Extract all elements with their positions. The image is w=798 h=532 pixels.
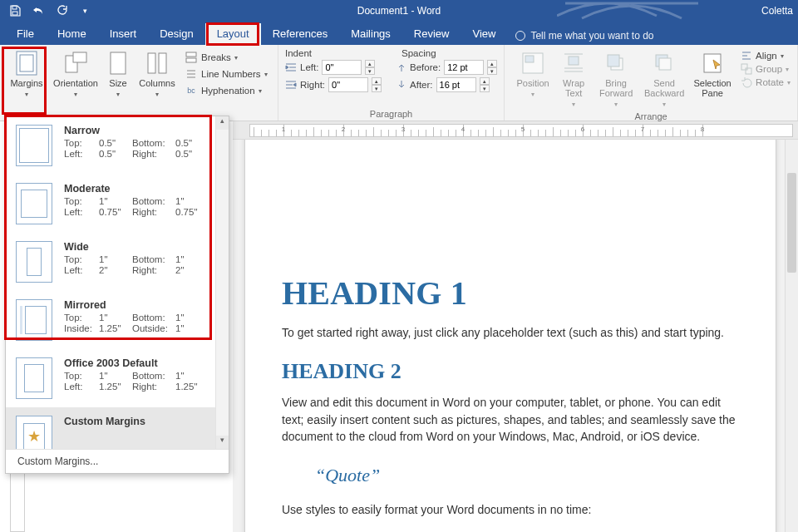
columns-button[interactable]: Columns▾ <box>135 48 180 100</box>
page[interactable]: HEADING 1 To get started right away, jus… <box>244 140 776 532</box>
tab-design[interactable]: Design <box>148 23 204 45</box>
ruler-number: 2 <box>342 126 345 133</box>
horizontal-ruler[interactable]: 12345678 <box>233 121 798 140</box>
indent-right-field: Right: ▴▾ <box>285 77 382 92</box>
save-icon[interactable] <box>5 2 25 20</box>
dropdown-scrollbar[interactable]: ▴ ▾ <box>215 116 229 449</box>
ruler-number: 7 <box>641 126 644 133</box>
send-backward-icon <box>651 50 677 76</box>
tab-insert[interactable]: Insert <box>98 23 149 45</box>
paragraph-group-label: Paragraph <box>285 107 497 119</box>
align-button[interactable]: Align ▾ <box>741 50 791 62</box>
ruler-number: 3 <box>401 126 405 133</box>
indent-right-down[interactable]: ▾ <box>372 85 382 92</box>
breaks-button[interactable]: Breaks ▾ <box>183 50 274 65</box>
body-paragraph[interactable]: To get started right away, just click an… <box>282 324 739 341</box>
body-paragraph[interactable]: Use styles to easily format your Word do… <box>282 501 739 518</box>
svg-rect-17 <box>659 58 671 70</box>
svg-rect-20 <box>746 68 751 74</box>
tab-mailings[interactable]: Mailings <box>339 23 402 45</box>
line-numbers-button[interactable]: Line Numbers ▾ <box>183 66 274 81</box>
margin-preset-wide[interactable]: WideTop:1"Bottom:1"Left:2"Right:2" <box>6 233 229 291</box>
user-name[interactable]: Coletta <box>761 5 793 17</box>
spacing-before-input[interactable] <box>444 60 484 75</box>
margin-preset-narrow[interactable]: NarrowTop:0.5"Bottom:0.5"Left:0.5"Right:… <box>6 116 229 175</box>
preset-name: Custom Margins <box>64 416 214 427</box>
vertical-scrollbar[interactable] <box>785 140 798 532</box>
rotate-icon <box>741 76 752 88</box>
orientation-icon <box>62 50 89 76</box>
spacing-after-input[interactable] <box>436 77 476 92</box>
tab-home[interactable]: Home <box>46 23 98 45</box>
indent-right-up[interactable]: ▴ <box>372 77 382 85</box>
margins-dropdown: NarrowTop:0.5"Bottom:0.5"Left:0.5"Right:… <box>5 116 229 474</box>
margins-icon <box>13 50 40 76</box>
indent-left-down[interactable]: ▾ <box>365 67 375 75</box>
ribbon-tabs: File Home Insert Design Layout Reference… <box>0 22 798 45</box>
title-bar: ▾ Document1 - Word Coletta <box>0 0 798 22</box>
svg-rect-8 <box>159 53 166 73</box>
quick-access-toolbar: ▾ <box>5 2 95 20</box>
heading-1[interactable]: HEADING 1 <box>282 273 739 313</box>
qat-customize-icon[interactable]: ▾ <box>75 2 95 20</box>
margin-preset-custom[interactable]: ★Custom Margins <box>6 407 229 449</box>
quote-text[interactable]: “Quote” <box>315 465 739 486</box>
wrap-text-button[interactable]: Wrap Text▾ <box>554 48 593 110</box>
indent-left-field: Left: ▴▾ <box>285 60 382 75</box>
tab-review[interactable]: Review <box>402 23 461 45</box>
rotate-button[interactable]: Rotate ▾ <box>741 76 791 88</box>
group-button[interactable]: Group ▾ <box>741 63 791 75</box>
document-title: Document1 - Word <box>357 5 441 17</box>
margins-button[interactable]: Margins▾ <box>3 48 50 100</box>
custom-margins-menuitem[interactable]: Custom Margins... <box>6 449 229 473</box>
tell-me-search[interactable]: Tell me what you want to do <box>507 27 662 45</box>
scroll-up-icon[interactable]: ▴ <box>216 116 229 130</box>
breaks-icon <box>185 51 198 64</box>
spacing-after-down[interactable]: ▾ <box>480 85 490 92</box>
ruler-number: 1 <box>282 126 285 133</box>
margin-thumb-icon <box>16 125 52 166</box>
bring-forward-icon <box>603 50 629 76</box>
selection-pane-button[interactable]: Selection Pane <box>689 48 736 110</box>
hyphenation-button[interactable]: bcHyphenation ▾ <box>183 83 274 98</box>
indent-left-up[interactable]: ▴ <box>365 60 375 67</box>
margin-thumb-icon <box>16 299 52 341</box>
indent-right-input[interactable] <box>328 77 368 92</box>
send-backward-button[interactable]: Send Backward▾ <box>639 48 689 110</box>
margin-thumb-icon <box>16 183 52 224</box>
spacing-before-down[interactable]: ▾ <box>487 67 497 75</box>
group-arrange: Position▾ Wrap Text▾ Bring Forward▾ Send… <box>505 45 798 121</box>
scroll-down-icon[interactable]: ▾ <box>216 436 229 449</box>
margin-preset-mirrored[interactable]: MirroredTop:1"Bottom:1"Inside:1.25"Outsi… <box>6 291 229 349</box>
margin-thumb-icon <box>16 241 52 283</box>
redo-icon[interactable] <box>52 2 71 20</box>
ribbon: Margins▾ Orientation▾ Size▾ Columns▾ Bre… <box>0 45 798 121</box>
position-button[interactable]: Position▾ <box>511 48 554 110</box>
size-icon <box>105 50 131 76</box>
body-paragraph[interactable]: View and edit this document in Word on y… <box>282 394 739 445</box>
svg-rect-10 <box>186 58 196 62</box>
vertical-ruler[interactable] <box>10 466 25 532</box>
group-icon <box>741 63 752 75</box>
undo-icon[interactable] <box>28 2 48 20</box>
spacing-after-up[interactable]: ▴ <box>480 77 490 85</box>
svg-rect-1 <box>12 12 17 15</box>
heading-2[interactable]: HEADING 2 <box>282 359 739 384</box>
spacing-before-up[interactable]: ▴ <box>487 60 497 67</box>
margin-preset-o2003[interactable]: Office 2003 DefaultTop:1"Bottom:1"Left:1… <box>6 349 229 407</box>
bring-forward-button[interactable]: Bring Forward▾ <box>593 48 639 110</box>
preset-name: Office 2003 Default <box>64 357 214 369</box>
size-button[interactable]: Size▾ <box>101 48 135 100</box>
margin-preset-moderate[interactable]: ModerateTop:1"Bottom:1"Left:0.75"Right:0… <box>6 175 229 233</box>
tab-layout[interactable]: Layout <box>205 23 261 45</box>
hyphenation-icon: bc <box>185 84 198 97</box>
indent-left-icon <box>285 62 297 72</box>
scrollbar-thumb[interactable] <box>787 173 796 273</box>
spacing-before-field: Before: ▴▾ <box>397 60 497 75</box>
indent-left-input[interactable] <box>322 60 362 75</box>
spacing-after-icon <box>397 80 406 90</box>
tab-file[interactable]: File <box>5 23 46 45</box>
orientation-button[interactable]: Orientation▾ <box>50 48 101 100</box>
tab-references[interactable]: References <box>261 23 339 45</box>
tab-view[interactable]: View <box>461 23 507 45</box>
